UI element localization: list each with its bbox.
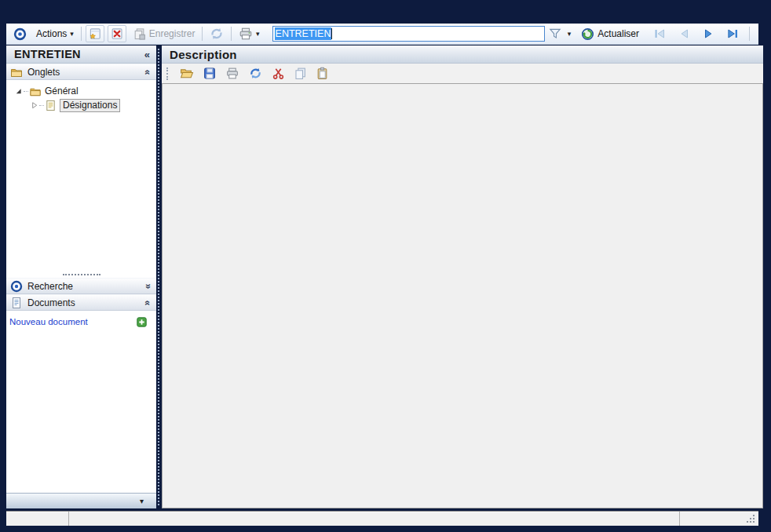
group-label: Recherche — [27, 281, 73, 292]
save-floppy-icon — [203, 67, 217, 80]
page-icon — [45, 100, 57, 111]
paste-button[interactable] — [315, 66, 330, 81]
main-panel: Description — [162, 46, 763, 508]
collapsed-twisty-icon[interactable] — [30, 100, 38, 110]
sidebar-horizontal-splitter[interactable] — [6, 271, 156, 278]
sidebar-bottom-bar: ▾ — [6, 493, 156, 508]
delete-item-button[interactable] — [108, 25, 126, 42]
open-button[interactable] — [178, 66, 195, 81]
status-cell-right — [680, 512, 758, 526]
refresh-icon — [248, 67, 263, 80]
target-icon — [13, 27, 27, 41]
print-icon — [225, 67, 239, 80]
tree-connector — [24, 91, 28, 92]
refresh-circle-icon — [581, 27, 594, 41]
double-chevron-down-icon[interactable]: « — [143, 283, 154, 289]
sync-button[interactable] — [206, 25, 227, 42]
filter-icon — [548, 27, 562, 41]
sidebar-group-documents[interactable]: Documents « — [6, 294, 156, 311]
chevron-down-icon: ▾ — [70, 31, 74, 38]
print-button[interactable] — [225, 66, 240, 81]
refresh-button[interactable] — [247, 66, 264, 81]
sidebar-header: ENTRETIEN « — [6, 46, 156, 64]
sidebar-filler — [6, 330, 156, 493]
folder-icon — [29, 86, 42, 97]
text-caret — [331, 28, 332, 39]
sync-icon — [210, 27, 224, 41]
toolbar-separator — [81, 27, 82, 41]
page-title: Description — [170, 48, 237, 61]
document-icon — [10, 297, 23, 309]
tree-node-designations[interactable]: Désignations — [6, 98, 156, 112]
actions-button[interactable]: Actions ▾ — [33, 27, 77, 41]
overflow-dropdown-icon[interactable]: ▾ — [140, 497, 144, 505]
cut-icon — [272, 67, 285, 80]
add-plus-icon[interactable] — [137, 317, 147, 327]
save-button[interactable] — [202, 66, 217, 81]
new-item-icon — [88, 27, 102, 41]
save-icon — [133, 27, 146, 41]
sidebar-group-onglets[interactable]: Onglets « — [6, 64, 156, 80]
sidebar-group-recherche[interactable]: Recherche « — [6, 278, 156, 294]
tree-connector — [39, 105, 44, 106]
save-button[interactable]: Enregistrer — [130, 26, 199, 42]
tabs-tree: Général Désignations — [6, 80, 156, 271]
actions-label: Actions — [36, 28, 67, 39]
status-cell-left — [6, 512, 69, 526]
toolbar-separator — [202, 27, 203, 41]
group-label: Onglets — [27, 67, 60, 78]
tree-node-label: Général — [45, 86, 79, 97]
record-navigator — [649, 26, 744, 42]
description-toolbar — [162, 64, 763, 83]
status-cell-middle — [69, 512, 680, 526]
toolbar-right-group: ▾ Actualiser — [545, 25, 754, 42]
paste-icon — [316, 67, 329, 80]
new-item-button[interactable] — [86, 25, 104, 42]
next-record-icon — [701, 27, 716, 40]
toolbar-separator — [749, 27, 750, 41]
chevron-down-icon[interactable]: ▾ — [256, 31, 260, 38]
delete-item-icon — [110, 27, 124, 41]
resize-grip[interactable] — [753, 521, 755, 523]
previous-record-icon — [677, 27, 692, 40]
expanded-twisty-icon[interactable] — [14, 86, 23, 96]
refresh-label: Actualiser — [597, 28, 639, 39]
selected-text: ENTRETIEN — [275, 27, 332, 40]
copy-icon — [294, 67, 307, 80]
save-label: Enregistrer — [149, 28, 195, 39]
filter-dropdown-icon[interactable]: ▾ — [568, 31, 572, 38]
main-header: Description — [162, 46, 763, 64]
cut-button[interactable] — [271, 66, 286, 81]
record-name-input[interactable]: ENTRETIEN — [272, 26, 545, 42]
folder-icon — [10, 66, 23, 78]
double-chevron-up-icon[interactable]: « — [143, 69, 154, 75]
last-record-button[interactable] — [722, 26, 744, 42]
print-button[interactable]: ▾ — [236, 25, 263, 42]
first-record-button[interactable] — [649, 26, 671, 42]
tree-node-general[interactable]: Général — [6, 84, 156, 98]
last-record-icon — [725, 27, 740, 40]
filter-button[interactable] — [545, 25, 565, 42]
new-document-row: Nouveau document — [6, 311, 156, 330]
app-menu-button[interactable] — [10, 26, 30, 42]
tree-node-label: Désignations — [60, 99, 120, 112]
top-toolbar: Actions ▾ Enregistrer — [6, 24, 758, 45]
sidebar-panel: ENTRETIEN « Onglets « — [6, 46, 156, 508]
print-icon — [239, 27, 253, 41]
next-record-button[interactable] — [698, 26, 719, 42]
status-bar — [6, 511, 758, 526]
new-document-link[interactable]: Nouveau document — [9, 317, 88, 326]
toolbar-separator — [231, 27, 232, 41]
target-icon — [10, 280, 23, 293]
toolbar-drag-handle[interactable] — [166, 67, 168, 80]
open-folder-icon — [179, 67, 194, 80]
refresh-button[interactable]: Actualiser — [578, 26, 642, 42]
group-label: Documents — [27, 297, 75, 308]
first-record-icon — [652, 27, 667, 40]
description-content-area — [162, 83, 763, 508]
collapse-panel-icon[interactable]: « — [144, 49, 150, 60]
copy-button[interactable] — [293, 66, 308, 81]
previous-record-button[interactable] — [674, 26, 695, 42]
double-chevron-up-icon[interactable]: « — [143, 300, 154, 305]
sidebar-title: ENTRETIEN — [14, 48, 81, 60]
